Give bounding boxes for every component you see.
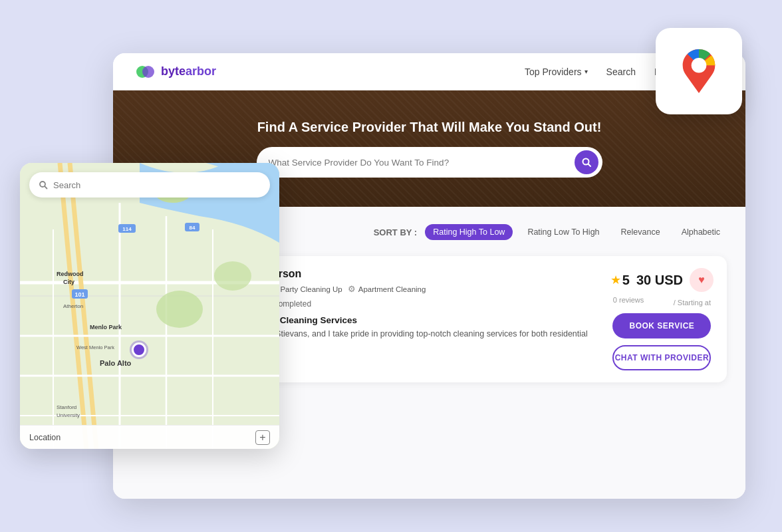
hero-search-bar — [257, 147, 602, 178]
svg-text:Stanford: Stanford — [57, 404, 76, 410]
sort-alphabetic[interactable]: Alphabetic — [675, 224, 727, 240]
svg-text:Menlo Park: Menlo Park — [90, 324, 122, 331]
starting-at-label: / Starting at — [674, 299, 711, 307]
svg-text:City: City — [63, 279, 74, 285]
location-label: Location — [29, 433, 61, 442]
map-zoom-plus[interactable]: + — [255, 430, 270, 445]
logo: bytearbor — [134, 61, 216, 82]
rating-value: 5 — [622, 273, 630, 288]
reviews-count: 0 reviews — [613, 296, 644, 307]
heart-icon: ♥ — [698, 274, 705, 286]
svg-text:West Menlo Park: West Menlo Park — [76, 344, 114, 350]
tag-party: ⚙ Party Cleaning Up — [269, 284, 342, 294]
hero-title: Find A Service Provider That Will Make Y… — [257, 120, 602, 135]
map-roads-svg: Greco Island Redwood City Menlo Park Pal… — [20, 163, 279, 449]
provider-tags: ⚙ Cleaning ⚙ Party Cleaning Up ⚙ Apartme… — [223, 284, 598, 294]
provider-info: Adam Peterson ⚙ Cleaning ⚙ Party Cleanin… — [223, 268, 598, 370]
map-location-pin[interactable] — [132, 342, 146, 357]
svg-point-0 — [692, 58, 707, 73]
hero-search-input[interactable] — [269, 158, 575, 168]
orders-completed: 👤 45 Orders completed — [223, 299, 598, 309]
provider-actions: ★ 5 30 USD ♥ 0 reviews / Starting at BOO… — [610, 268, 714, 370]
sort-rating-high[interactable]: Rating High To Low — [425, 224, 513, 240]
service-description: Hi, I'm Carlos Stievans, and I take prid… — [223, 328, 598, 353]
map-search-icon — [39, 180, 48, 190]
apartment-tag-icon: ⚙ — [348, 284, 356, 294]
map-location-bar: Location + — [20, 425, 279, 449]
hero-search-button[interactable] — [575, 150, 598, 174]
map-search-input[interactable] — [53, 180, 261, 190]
top-providers-label: Top Providers — [525, 66, 582, 77]
rating-price-row: ★ 5 30 USD ♥ — [610, 268, 714, 292]
map-overlay: Greco Island Redwood City Menlo Park Pal… — [20, 163, 279, 449]
top-providers-nav[interactable]: Top Providers ▾ — [525, 66, 588, 77]
svg-text:Palo Alto: Palo Alto — [100, 359, 132, 367]
svg-text:114: 114 — [122, 226, 132, 232]
price-block: 30 USD — [636, 273, 683, 288]
svg-point-26 — [156, 291, 203, 328]
google-maps-icon — [672, 45, 725, 98]
logo-text: bytearbor — [161, 65, 216, 78]
star-icon: ★ — [610, 273, 621, 287]
sort-relevance[interactable]: Relevance — [614, 224, 667, 240]
service-title: Professional Cleaning Services — [223, 315, 598, 325]
search-icon — [581, 157, 592, 168]
svg-text:Redwood: Redwood — [57, 271, 84, 277]
svg-point-2 — [142, 66, 154, 78]
sort-label: SORT BY : — [374, 227, 418, 237]
map-tiles: Greco Island Redwood City Menlo Park Pal… — [20, 163, 279, 449]
price-value: 30 USD — [636, 273, 683, 287]
svg-point-27 — [214, 261, 251, 291]
svg-line-4 — [588, 164, 590, 167]
search-nav-link[interactable]: Search — [606, 66, 636, 77]
map-search-bar — [29, 172, 270, 198]
svg-text:University: University — [57, 412, 80, 418]
gmaps-icon-card — [656, 28, 742, 114]
tag-apartment: ⚙ Apartment Cleaning — [348, 284, 426, 294]
provider-name: Adam Peterson — [223, 268, 598, 280]
svg-text:Atherton: Atherton — [63, 303, 83, 309]
rating-block: ★ 5 — [610, 273, 630, 288]
chevron-down-icon: ▾ — [585, 68, 588, 75]
logo-icon — [134, 61, 156, 82]
book-service-button[interactable]: BOOK SERVICE — [612, 313, 711, 338]
navbar: bytearbor Top Providers ▾ Search Blog Su… — [113, 53, 745, 90]
svg-text:101: 101 — [74, 291, 84, 298]
chat-provider-button[interactable]: CHAT WITH PROVIDER — [612, 345, 711, 370]
svg-text:84: 84 — [190, 225, 196, 231]
sort-rating-low[interactable]: Rating Low To High — [521, 224, 606, 240]
svg-line-15 — [45, 186, 47, 188]
favorite-button[interactable]: ♥ — [690, 268, 714, 292]
